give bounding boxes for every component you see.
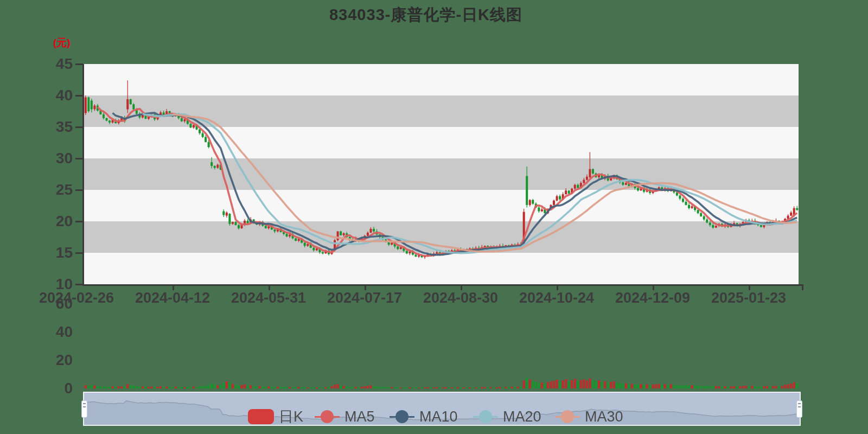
date-axis-label-2025-01-23: 2025-01-23 bbox=[703, 290, 795, 307]
date-axis-label-2024-04-12: 2024-04-12 bbox=[126, 290, 219, 307]
price-axis-tick bbox=[75, 95, 83, 97]
price-axis-tick bbox=[75, 158, 83, 159]
chart-title: 834033-康普化学-日K线图 bbox=[0, 4, 852, 26]
date-axis-tick bbox=[653, 286, 654, 290]
legend-label: MA5 bbox=[344, 409, 375, 425]
legend-label: MA20 bbox=[503, 409, 541, 425]
date-axis-label-2024-08-30: 2024-08-30 bbox=[414, 290, 507, 307]
legend-item-MA5[interactable]: MA5 bbox=[315, 408, 375, 425]
price-axis-tick bbox=[75, 126, 83, 128]
ma-line-icon bbox=[473, 409, 498, 424]
price-axis-tick bbox=[75, 252, 83, 254]
legend-label: 日K bbox=[279, 407, 303, 426]
candlestick-canvas[interactable] bbox=[84, 64, 799, 284]
date-axis-tick bbox=[269, 286, 270, 290]
legend-item-MA20[interactable]: MA20 bbox=[473, 408, 541, 425]
price-unit-label: (元) bbox=[53, 36, 71, 50]
date-axis-end-tick bbox=[802, 286, 803, 290]
price-axis-tick bbox=[75, 63, 83, 65]
kline-chart-page: 834033-康普化学-日K线图 (元) 日KMA5MA10MA20MA30 4… bbox=[0, 0, 868, 434]
legend-item-MA10[interactable]: MA10 bbox=[390, 408, 458, 425]
price-axis-label-30: 30 bbox=[31, 150, 73, 167]
candle-series-icon bbox=[248, 409, 274, 424]
legend-label: MA10 bbox=[419, 409, 458, 425]
date-axis-tick bbox=[461, 286, 462, 290]
date-axis-line bbox=[82, 284, 803, 286]
volume-axis-label-40: 40 bbox=[31, 323, 73, 341]
date-axis-tick bbox=[749, 286, 750, 290]
legend-item-日K[interactable]: 日K bbox=[248, 408, 303, 425]
price-axis-label-20: 20 bbox=[31, 213, 73, 230]
legend-item-MA30[interactable]: MA30 bbox=[555, 408, 623, 425]
legend-label: MA30 bbox=[585, 409, 623, 425]
price-axis-label-40: 40 bbox=[31, 87, 73, 104]
date-axis-label-2024-10-24: 2024-10-24 bbox=[510, 290, 603, 307]
price-axis-label-45: 45 bbox=[31, 55, 73, 73]
volume-axis-label-60: 60 bbox=[31, 295, 73, 312]
price-axis-tick bbox=[75, 221, 83, 222]
date-axis-tick bbox=[365, 286, 366, 290]
price-axis-label-35: 35 bbox=[31, 118, 73, 136]
ma-line-icon bbox=[555, 409, 580, 424]
price-axis-label-15: 15 bbox=[31, 244, 73, 261]
ma-line-icon bbox=[390, 409, 414, 424]
price-axis-tick bbox=[75, 189, 83, 191]
date-axis-tick bbox=[173, 286, 174, 290]
price-axis-tick bbox=[75, 284, 83, 285]
price-axis-label-25: 25 bbox=[31, 181, 73, 199]
legend: 日KMA5MA10MA20MA30 bbox=[0, 408, 868, 431]
date-axis-label-2024-05-31: 2024-05-31 bbox=[222, 290, 315, 307]
date-axis-label-2024-12-09: 2024-12-09 bbox=[607, 290, 699, 307]
ma-line-icon bbox=[315, 409, 340, 424]
volume-bars-canvas[interactable] bbox=[84, 304, 799, 389]
volume-axis-label-20: 20 bbox=[31, 352, 73, 369]
date-axis-label-2024-07-17: 2024-07-17 bbox=[318, 290, 411, 307]
date-axis-tick bbox=[557, 286, 558, 290]
volume-axis-label-0: 0 bbox=[31, 380, 73, 397]
